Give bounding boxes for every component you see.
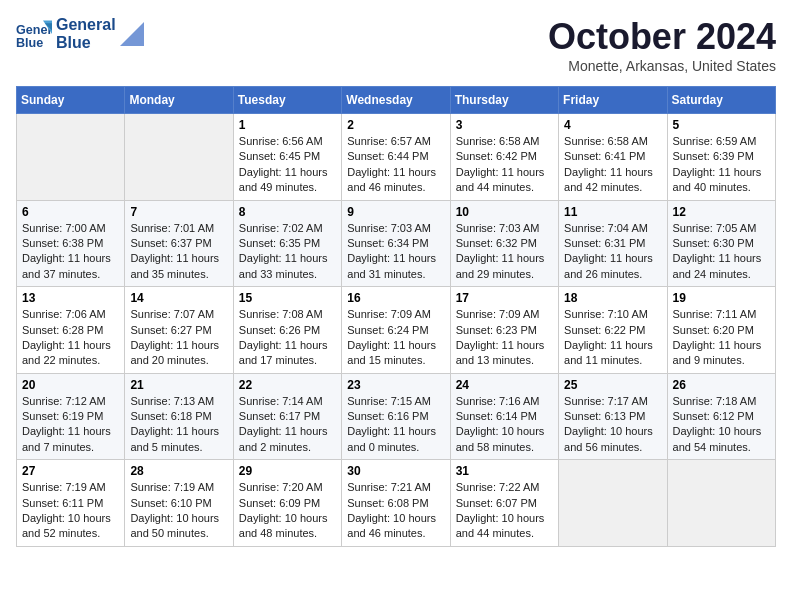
day-number: 25 — [564, 378, 661, 392]
calendar-cell: 4Sunrise: 6:58 AMSunset: 6:41 PMDaylight… — [559, 114, 667, 201]
calendar-cell: 29Sunrise: 7:20 AMSunset: 6:09 PMDayligh… — [233, 460, 341, 547]
day-number: 21 — [130, 378, 227, 392]
title-block: October 2024 Monette, Arkansas, United S… — [548, 16, 776, 74]
day-info: Sunrise: 7:04 AMSunset: 6:31 PMDaylight:… — [564, 221, 661, 283]
calendar-cell: 25Sunrise: 7:17 AMSunset: 6:13 PMDayligh… — [559, 373, 667, 460]
day-number: 18 — [564, 291, 661, 305]
day-number: 8 — [239, 205, 336, 219]
day-number: 14 — [130, 291, 227, 305]
day-info: Sunrise: 7:00 AMSunset: 6:38 PMDaylight:… — [22, 221, 119, 283]
week-row-5: 27Sunrise: 7:19 AMSunset: 6:11 PMDayligh… — [17, 460, 776, 547]
day-header-saturday: Saturday — [667, 87, 775, 114]
calendar-cell: 13Sunrise: 7:06 AMSunset: 6:28 PMDayligh… — [17, 287, 125, 374]
calendar-cell: 6Sunrise: 7:00 AMSunset: 6:38 PMDaylight… — [17, 200, 125, 287]
day-number: 17 — [456, 291, 553, 305]
calendar-cell: 31Sunrise: 7:22 AMSunset: 6:07 PMDayligh… — [450, 460, 558, 547]
day-number: 12 — [673, 205, 770, 219]
day-number: 5 — [673, 118, 770, 132]
day-number: 23 — [347, 378, 444, 392]
day-info: Sunrise: 7:05 AMSunset: 6:30 PMDaylight:… — [673, 221, 770, 283]
calendar-cell: 20Sunrise: 7:12 AMSunset: 6:19 PMDayligh… — [17, 373, 125, 460]
day-info: Sunrise: 7:10 AMSunset: 6:22 PMDaylight:… — [564, 307, 661, 369]
day-info: Sunrise: 7:15 AMSunset: 6:16 PMDaylight:… — [347, 394, 444, 456]
calendar-cell: 24Sunrise: 7:16 AMSunset: 6:14 PMDayligh… — [450, 373, 558, 460]
calendar-cell: 15Sunrise: 7:08 AMSunset: 6:26 PMDayligh… — [233, 287, 341, 374]
day-info: Sunrise: 7:02 AMSunset: 6:35 PMDaylight:… — [239, 221, 336, 283]
calendar-cell: 18Sunrise: 7:10 AMSunset: 6:22 PMDayligh… — [559, 287, 667, 374]
day-number: 29 — [239, 464, 336, 478]
calendar-cell: 5Sunrise: 6:59 AMSunset: 6:39 PMDaylight… — [667, 114, 775, 201]
calendar-cell: 16Sunrise: 7:09 AMSunset: 6:24 PMDayligh… — [342, 287, 450, 374]
logo-triangle-icon — [120, 22, 144, 46]
day-info: Sunrise: 7:20 AMSunset: 6:09 PMDaylight:… — [239, 480, 336, 542]
location-subtitle: Monette, Arkansas, United States — [548, 58, 776, 74]
calendar-cell: 14Sunrise: 7:07 AMSunset: 6:27 PMDayligh… — [125, 287, 233, 374]
calendar-table: SundayMondayTuesdayWednesdayThursdayFrid… — [16, 86, 776, 547]
day-info: Sunrise: 7:03 AMSunset: 6:32 PMDaylight:… — [456, 221, 553, 283]
day-info: Sunrise: 6:59 AMSunset: 6:39 PMDaylight:… — [673, 134, 770, 196]
day-info: Sunrise: 7:14 AMSunset: 6:17 PMDaylight:… — [239, 394, 336, 456]
calendar-cell: 23Sunrise: 7:15 AMSunset: 6:16 PMDayligh… — [342, 373, 450, 460]
logo-icon: General Blue — [16, 16, 52, 52]
week-row-4: 20Sunrise: 7:12 AMSunset: 6:19 PMDayligh… — [17, 373, 776, 460]
calendar-cell: 1Sunrise: 6:56 AMSunset: 6:45 PMDaylight… — [233, 114, 341, 201]
month-title: October 2024 — [548, 16, 776, 58]
calendar-cell — [559, 460, 667, 547]
calendar-cell: 7Sunrise: 7:01 AMSunset: 6:37 PMDaylight… — [125, 200, 233, 287]
day-header-sunday: Sunday — [17, 87, 125, 114]
day-number: 26 — [673, 378, 770, 392]
week-row-3: 13Sunrise: 7:06 AMSunset: 6:28 PMDayligh… — [17, 287, 776, 374]
calendar-cell: 3Sunrise: 6:58 AMSunset: 6:42 PMDaylight… — [450, 114, 558, 201]
day-info: Sunrise: 7:12 AMSunset: 6:19 PMDaylight:… — [22, 394, 119, 456]
logo-line1: General — [56, 16, 116, 34]
day-number: 11 — [564, 205, 661, 219]
day-info: Sunrise: 7:06 AMSunset: 6:28 PMDaylight:… — [22, 307, 119, 369]
calendar-cell: 27Sunrise: 7:19 AMSunset: 6:11 PMDayligh… — [17, 460, 125, 547]
calendar-cell: 11Sunrise: 7:04 AMSunset: 6:31 PMDayligh… — [559, 200, 667, 287]
day-number: 15 — [239, 291, 336, 305]
day-info: Sunrise: 7:01 AMSunset: 6:37 PMDaylight:… — [130, 221, 227, 283]
day-number: 4 — [564, 118, 661, 132]
calendar-cell: 9Sunrise: 7:03 AMSunset: 6:34 PMDaylight… — [342, 200, 450, 287]
day-info: Sunrise: 7:19 AMSunset: 6:11 PMDaylight:… — [22, 480, 119, 542]
day-info: Sunrise: 7:18 AMSunset: 6:12 PMDaylight:… — [673, 394, 770, 456]
calendar-cell — [17, 114, 125, 201]
day-info: Sunrise: 7:09 AMSunset: 6:23 PMDaylight:… — [456, 307, 553, 369]
day-number: 24 — [456, 378, 553, 392]
day-number: 30 — [347, 464, 444, 478]
day-number: 2 — [347, 118, 444, 132]
calendar-cell: 17Sunrise: 7:09 AMSunset: 6:23 PMDayligh… — [450, 287, 558, 374]
svg-marker-4 — [120, 22, 144, 46]
day-info: Sunrise: 7:03 AMSunset: 6:34 PMDaylight:… — [347, 221, 444, 283]
calendar-cell: 8Sunrise: 7:02 AMSunset: 6:35 PMDaylight… — [233, 200, 341, 287]
day-info: Sunrise: 6:57 AMSunset: 6:44 PMDaylight:… — [347, 134, 444, 196]
day-info: Sunrise: 7:08 AMSunset: 6:26 PMDaylight:… — [239, 307, 336, 369]
week-row-2: 6Sunrise: 7:00 AMSunset: 6:38 PMDaylight… — [17, 200, 776, 287]
day-number: 31 — [456, 464, 553, 478]
calendar-cell: 12Sunrise: 7:05 AMSunset: 6:30 PMDayligh… — [667, 200, 775, 287]
day-info: Sunrise: 7:17 AMSunset: 6:13 PMDaylight:… — [564, 394, 661, 456]
calendar-cell: 22Sunrise: 7:14 AMSunset: 6:17 PMDayligh… — [233, 373, 341, 460]
day-info: Sunrise: 7:16 AMSunset: 6:14 PMDaylight:… — [456, 394, 553, 456]
calendar-cell — [125, 114, 233, 201]
logo-line2: Blue — [56, 34, 116, 52]
day-info: Sunrise: 7:09 AMSunset: 6:24 PMDaylight:… — [347, 307, 444, 369]
day-info: Sunrise: 7:07 AMSunset: 6:27 PMDaylight:… — [130, 307, 227, 369]
day-info: Sunrise: 7:11 AMSunset: 6:20 PMDaylight:… — [673, 307, 770, 369]
day-number: 27 — [22, 464, 119, 478]
logo: General Blue General Blue — [16, 16, 144, 52]
day-number: 16 — [347, 291, 444, 305]
day-number: 6 — [22, 205, 119, 219]
day-number: 20 — [22, 378, 119, 392]
day-headers-row: SundayMondayTuesdayWednesdayThursdayFrid… — [17, 87, 776, 114]
day-info: Sunrise: 6:58 AMSunset: 6:42 PMDaylight:… — [456, 134, 553, 196]
day-info: Sunrise: 7:21 AMSunset: 6:08 PMDaylight:… — [347, 480, 444, 542]
day-number: 1 — [239, 118, 336, 132]
calendar-cell: 19Sunrise: 7:11 AMSunset: 6:20 PMDayligh… — [667, 287, 775, 374]
day-info: Sunrise: 7:19 AMSunset: 6:10 PMDaylight:… — [130, 480, 227, 542]
day-number: 28 — [130, 464, 227, 478]
day-number: 3 — [456, 118, 553, 132]
calendar-cell: 21Sunrise: 7:13 AMSunset: 6:18 PMDayligh… — [125, 373, 233, 460]
day-number: 9 — [347, 205, 444, 219]
day-info: Sunrise: 6:58 AMSunset: 6:41 PMDaylight:… — [564, 134, 661, 196]
